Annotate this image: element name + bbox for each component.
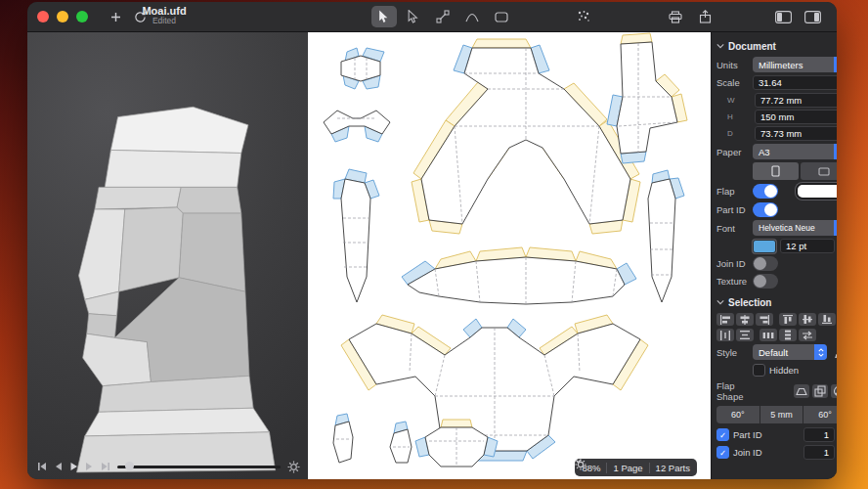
sel-part-id-checkbox[interactable]: ✓ bbox=[716, 428, 729, 441]
scale-input[interactable]: 31.64 bbox=[753, 75, 837, 90]
landscape-page-icon bbox=[818, 167, 830, 176]
toggle-left-panel-icon[interactable] bbox=[770, 6, 796, 27]
animation-playbar bbox=[37, 459, 300, 474]
unfold-piece-top-left[interactable] bbox=[341, 48, 384, 89]
step-forward-button[interactable] bbox=[85, 462, 94, 471]
font-size-value: 12 pt bbox=[786, 241, 806, 251]
texture-toggle[interactable] bbox=[753, 274, 778, 289]
flap-angle-right-field[interactable]: 60° bbox=[803, 406, 837, 423]
spray-icon bbox=[577, 10, 590, 23]
unfold-piece-strip-right[interactable] bbox=[648, 170, 684, 302]
font-size-input[interactable]: 12 pt bbox=[780, 239, 835, 253]
share-button[interactable] bbox=[692, 6, 717, 27]
select-alt-tool-button[interactable] bbox=[401, 6, 426, 27]
canvas-status-bar: 88% 1 Page 12 Parts bbox=[575, 459, 697, 476]
unfold-piece-smile[interactable] bbox=[402, 247, 636, 304]
toggle-right-panel-icon[interactable] bbox=[800, 6, 825, 27]
unfold-piece-chair[interactable] bbox=[607, 33, 687, 163]
selection-section-header[interactable]: Selection bbox=[716, 294, 837, 310]
magic-tool-button[interactable] bbox=[571, 6, 596, 27]
paper-label: Paper bbox=[716, 147, 749, 157]
scale-label: Scale bbox=[716, 77, 749, 88]
rounded-rect-icon bbox=[495, 12, 508, 22]
document-section-header[interactable]: Document bbox=[716, 38, 837, 54]
sel-part-id-value: 1 bbox=[824, 429, 829, 440]
flap-shape-copy-button[interactable] bbox=[812, 384, 828, 398]
depth-value: 73.73 mm bbox=[760, 128, 802, 139]
units-dropdown[interactable]: Millimeters bbox=[753, 57, 837, 72]
align-bottom-button[interactable] bbox=[818, 313, 836, 326]
zoom-window-button[interactable] bbox=[76, 11, 88, 22]
viewport-settings-gear-icon[interactable] bbox=[287, 461, 300, 473]
unfold-piece-small-1[interactable] bbox=[333, 414, 353, 463]
edit-style-button[interactable] bbox=[831, 345, 837, 359]
canvas-settings-gear-icon[interactable] bbox=[575, 459, 586, 470]
orientation-landscape-button[interactable] bbox=[801, 162, 837, 180]
skip-start-button[interactable] bbox=[37, 462, 47, 471]
node-tool-button[interactable] bbox=[430, 6, 456, 27]
sel-join-id-value: 1 bbox=[824, 447, 829, 458]
window-status: Edited bbox=[106, 17, 223, 25]
arc-tool-button[interactable] bbox=[459, 6, 485, 27]
part-id-label: Part ID bbox=[716, 204, 749, 215]
scale-value: 31.64 bbox=[759, 77, 782, 88]
flap-shape-none-button[interactable] bbox=[831, 384, 837, 398]
align-left-button[interactable] bbox=[716, 313, 734, 326]
distribute-v-button[interactable] bbox=[736, 329, 754, 341]
paper-dropdown[interactable]: A3 bbox=[753, 144, 837, 159]
distribute-h-button[interactable] bbox=[716, 329, 734, 341]
parts-count: 12 Parts bbox=[656, 463, 690, 473]
width-input[interactable]: 77.72 mm bbox=[755, 93, 837, 108]
style-dropdown[interactable]: Default bbox=[753, 344, 827, 360]
shape-tool-button[interactable] bbox=[489, 6, 514, 27]
orientation-portrait-button[interactable] bbox=[753, 162, 799, 180]
flap-shape-trapezoid-button[interactable] bbox=[794, 384, 809, 398]
moai-3d-model bbox=[61, 95, 285, 476]
arc-icon bbox=[465, 11, 479, 22]
sel-part-id-input[interactable]: 1 bbox=[803, 427, 835, 442]
width-value: 77.72 mm bbox=[760, 95, 802, 106]
height-label: H bbox=[716, 112, 751, 121]
hidden-checkbox[interactable] bbox=[753, 364, 765, 377]
align-right-button[interactable] bbox=[756, 313, 773, 326]
select-tool-button[interactable] bbox=[371, 6, 397, 27]
unfold-piece-strip-left[interactable] bbox=[333, 169, 379, 302]
flap-angle-left-field[interactable]: 60° bbox=[716, 406, 760, 423]
part-id-toggle[interactable] bbox=[753, 202, 778, 217]
unfold-canvas[interactable]: .cut{fill:#ffffff;stroke:#4a4a4a;stroke-… bbox=[308, 32, 711, 479]
step-back-button[interactable] bbox=[54, 462, 63, 471]
align-center-h-button[interactable] bbox=[736, 313, 754, 326]
flap-toggle[interactable] bbox=[753, 184, 778, 199]
align-middle-v-button[interactable] bbox=[799, 313, 816, 326]
sel-join-id-input[interactable]: 1 bbox=[803, 445, 835, 460]
close-button[interactable] bbox=[37, 11, 49, 22]
play-button[interactable] bbox=[69, 462, 78, 471]
space-evenly-h-button[interactable] bbox=[760, 329, 777, 341]
minimize-button[interactable] bbox=[57, 11, 68, 22]
disclosure-chevron-icon bbox=[716, 43, 724, 49]
flap-color-well[interactable] bbox=[796, 183, 837, 200]
style-value: Default bbox=[759, 347, 788, 358]
timeline-knob[interactable] bbox=[125, 462, 134, 470]
space-evenly-v-button[interactable] bbox=[779, 329, 797, 341]
unfold-piece-arch[interactable] bbox=[412, 39, 640, 234]
sel-join-id-checkbox[interactable]: ✓ bbox=[716, 446, 729, 459]
flap-height-field[interactable]: 5 mm bbox=[760, 406, 803, 423]
divider bbox=[606, 463, 607, 473]
panel-toggles bbox=[770, 6, 825, 27]
font-color-well[interactable] bbox=[753, 240, 776, 253]
font-dropdown[interactable]: Helvetica Neue bbox=[753, 220, 837, 236]
unfold-piece-small-2[interactable] bbox=[390, 422, 412, 463]
print-button[interactable] bbox=[663, 6, 688, 27]
join-id-toggle[interactable] bbox=[753, 256, 778, 271]
swap-button[interactable] bbox=[799, 329, 816, 341]
popup-chevrons-icon bbox=[834, 57, 837, 72]
model-viewport[interactable] bbox=[27, 32, 308, 479]
unfold-piece-mustache[interactable] bbox=[324, 111, 390, 142]
timeline-slider[interactable] bbox=[117, 466, 281, 468]
height-input[interactable]: 150 mm bbox=[755, 110, 837, 124]
depth-input[interactable]: 73.73 mm bbox=[755, 126, 837, 141]
unfold-piece-crab[interactable] bbox=[341, 315, 648, 461]
align-top-button[interactable] bbox=[779, 313, 797, 326]
skip-end-button[interactable] bbox=[101, 462, 110, 471]
